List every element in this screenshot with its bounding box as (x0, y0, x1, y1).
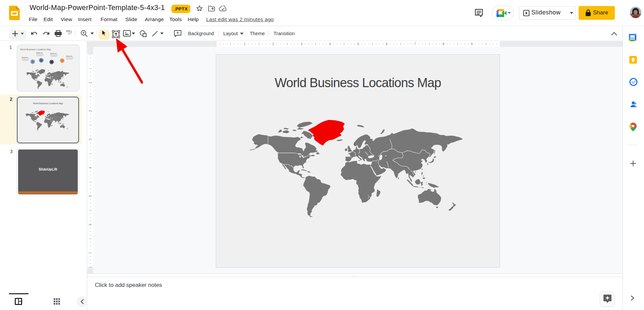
svg-text:31: 31 (631, 36, 635, 40)
svg-text:1: 1 (244, 42, 246, 46)
svg-text:Sample text: Sample text (50, 53, 57, 54)
svg-text:4: 4 (329, 42, 331, 46)
svg-text:3: 3 (301, 42, 303, 46)
svg-text:7: 7 (89, 252, 92, 254)
svg-text:9: 9 (471, 42, 473, 46)
svg-text:2: 2 (272, 42, 274, 46)
svg-text:6: 6 (89, 224, 92, 226)
svg-text:5: 5 (357, 42, 359, 46)
svg-text:5: 5 (89, 195, 92, 197)
svg-text:3: 3 (89, 138, 92, 140)
svg-text:Sample text: Sample text (36, 52, 43, 54)
svg-text:4: 4 (89, 167, 92, 169)
svg-text:7: 7 (414, 42, 416, 46)
svg-text:6: 6 (386, 42, 388, 46)
svg-text:Sample text: Sample text (22, 57, 28, 58)
svg-text:1: 1 (89, 81, 92, 83)
svg-text:2: 2 (89, 110, 92, 112)
svg-text:8: 8 (443, 42, 445, 46)
svg-text:Sample text: Sample text (66, 56, 73, 57)
